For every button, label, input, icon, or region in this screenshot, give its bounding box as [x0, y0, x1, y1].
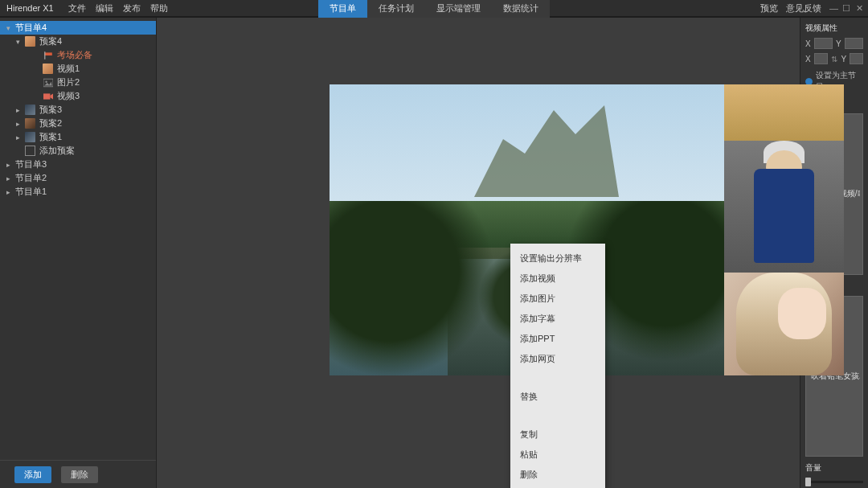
svg-rect-1	[44, 51, 45, 59]
tree-program[interactable]: ▸ 节目单2	[0, 171, 156, 185]
tab-programs[interactable]: 节目单	[318, 0, 367, 18]
tree-item-mark[interactable]: 考场必备	[0, 48, 156, 62]
tree-label: 视频1	[57, 63, 80, 75]
sidebar-footer: 添加 删除	[0, 460, 156, 488]
window-minimize[interactable]: —	[829, 3, 837, 14]
label-x: X	[805, 39, 811, 48]
chevron-right-icon: ▸	[14, 120, 21, 128]
sidebar: ▾ 节目单4 ▾ 预案4 考场必备 视频1	[0, 18, 157, 488]
ctx-paste[interactable]: 粘贴	[510, 445, 605, 465]
stage-tile-bottom[interactable]	[724, 273, 844, 375]
app-name: Hirender X1	[6, 3, 54, 13]
slider-thumb[interactable]	[805, 478, 811, 486]
tree-label: 添加预案	[39, 145, 75, 157]
label-x2: X	[805, 55, 811, 64]
volume-slider[interactable]	[805, 481, 863, 483]
tree-label: 节目单2	[15, 172, 47, 184]
chevron-right-icon: ▸	[14, 106, 21, 114]
tree-scene[interactable]: ▸ 预案2	[0, 117, 156, 130]
chevron-down-icon: ▾	[5, 24, 11, 32]
ctx-add-webpage[interactable]: 添加网页	[510, 349, 605, 369]
panel-section-title: 视频属性	[805, 23, 863, 34]
delete-button[interactable]: 删除	[61, 466, 98, 483]
tree-label: 预案4	[39, 35, 62, 47]
scene-thumb	[25, 118, 35, 129]
context-menu: 设置输出分辨率 添加视频 添加图片 添加字幕 添加PPT 添加网页 替换 复制 …	[510, 244, 605, 488]
chevron-right-icon: ▸	[14, 133, 21, 141]
ctx-copy[interactable]: 复制	[510, 424, 605, 445]
tree-scene[interactable]: ▸ 预案1	[0, 130, 156, 144]
ctx-add-image[interactable]: 添加图片	[510, 289, 605, 309]
tree-item-video[interactable]: 视频3	[0, 89, 156, 103]
tree-label: 预案2	[39, 117, 62, 129]
menu-publish[interactable]: 发布	[123, 2, 141, 14]
top-preview[interactable]: 预览	[760, 2, 778, 14]
svg-rect-4	[43, 93, 50, 99]
image-icon	[43, 77, 53, 88]
add-button[interactable]: 添加	[14, 466, 51, 483]
scene-thumb	[25, 132, 35, 142]
link-xy-icon[interactable]: ⇅	[831, 55, 838, 63]
ctx-add-subtitle[interactable]: 添加字幕	[510, 309, 605, 329]
panel-section-title: 音量	[805, 462, 863, 474]
menu-file[interactable]: 文件	[68, 2, 86, 14]
menu-edit[interactable]: 编辑	[96, 2, 113, 14]
chevron-right-icon: ▸	[5, 174, 11, 182]
tab-schedule[interactable]: 任务计划	[367, 0, 425, 18]
scene-thumb	[25, 105, 35, 115]
tab-stats[interactable]: 数据统计	[492, 0, 550, 18]
video-icon	[43, 91, 53, 101]
top-tabs: 节目单 任务计划 显示端管理 数据统计	[318, 0, 550, 18]
window-close[interactable]: ✕	[855, 3, 863, 14]
menu-help[interactable]: 帮助	[150, 2, 168, 14]
tree-label: 节目单3	[15, 158, 47, 170]
tree-label: 图片2	[57, 76, 80, 88]
input-x2[interactable]	[814, 53, 828, 64]
input-x[interactable]	[814, 38, 833, 49]
input-y2[interactable]	[850, 53, 863, 64]
top-feedback[interactable]: 意见反馈	[786, 2, 821, 14]
stage-tile-top[interactable]	[724, 84, 844, 273]
tree-program[interactable]: ▸ 节目单3	[0, 158, 156, 171]
tree-label: 节目单4	[15, 22, 47, 34]
canvas-area[interactable]: 设置输出分辨率 添加视频 添加图片 添加字幕 添加PPT 添加网页 替换 复制 …	[157, 18, 800, 488]
tree-scene[interactable]: ▾ 预案4	[0, 35, 156, 48]
tree-add-scene[interactable]: 添加预案	[0, 144, 156, 158]
video-thumb-icon	[43, 64, 53, 74]
scene-thumb	[25, 36, 35, 47]
label-y: Y	[836, 39, 841, 48]
tree-label: 考场必备	[57, 49, 92, 61]
tree-label: 预案3	[39, 104, 62, 116]
tree-label: 视频3	[57, 90, 80, 102]
tree-item-image[interactable]: 图片2	[0, 76, 156, 89]
tree-program-root[interactable]: ▾ 节目单4	[0, 21, 156, 35]
input-y[interactable]	[845, 38, 863, 49]
plus-box-icon	[25, 146, 35, 156]
label-y2: Y	[841, 55, 847, 64]
tree-label: 节目单1	[15, 186, 47, 198]
chevron-right-icon: ▸	[5, 188, 11, 196]
ctx-add-video[interactable]: 添加视频	[510, 269, 605, 289]
chevron-down-icon: ▾	[14, 38, 21, 46]
tree-scene[interactable]: ▸ 预案3	[0, 103, 156, 117]
svg-rect-0	[44, 52, 52, 55]
ctx-set-resolution[interactable]: 设置输出分辨率	[510, 248, 605, 269]
menu-bar: Hirender X1 文件 编辑 发布 帮助 节目单 任务计划 显示端管理 数…	[0, 0, 868, 16]
program-tree: ▾ 节目单4 ▾ 预案4 考场必备 视频1	[0, 18, 156, 460]
tree-item-video[interactable]: 视频1	[0, 62, 156, 76]
tab-display[interactable]: 显示端管理	[425, 0, 492, 18]
ctx-add-ppt[interactable]: 添加PPT	[510, 329, 605, 349]
chevron-right-icon: ▸	[5, 161, 11, 169]
window-maximize[interactable]: ☐	[842, 3, 850, 14]
ctx-delete[interactable]: 删除	[510, 465, 605, 485]
tree-label: 预案1	[39, 131, 62, 143]
ctx-replace[interactable]: 替换	[510, 387, 605, 407]
tree-program[interactable]: ▸ 节目单1	[0, 185, 156, 199]
flag-icon	[43, 50, 53, 60]
svg-point-3	[45, 80, 47, 82]
